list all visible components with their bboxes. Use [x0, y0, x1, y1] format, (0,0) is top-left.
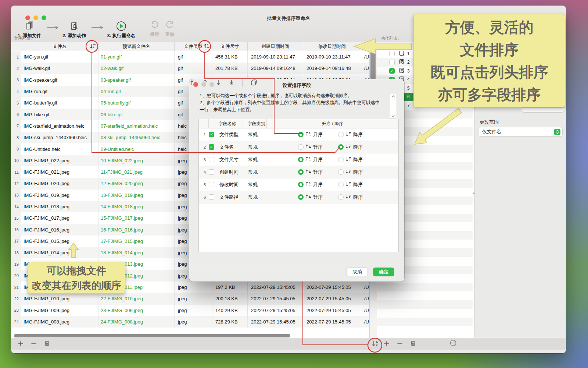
descending-radio[interactable]	[338, 132, 344, 137]
descending-option[interactable]: 降序	[338, 131, 363, 138]
file-table-row[interactable]: 24 IMG-FJIMG_008.jpeg 24-FJIMG_008.jpeg …	[11, 316, 369, 328]
header-filetype[interactable]: 文件类型	[175, 42, 212, 51]
change-scope-dropdown[interactable]: 仅文件名	[478, 127, 563, 137]
ascending-radio[interactable]	[298, 132, 304, 137]
row-number: 4	[11, 86, 21, 97]
descending-radio[interactable]	[338, 144, 344, 150]
field-type: 常规	[248, 169, 266, 176]
descending-option[interactable]: 降序	[338, 156, 363, 163]
remove-file-button[interactable]: −	[29, 339, 39, 349]
file-table-row[interactable]: 22 IMG-FJIMG_010.jpeg 22-FJIMG_010.jpeg …	[11, 293, 369, 304]
ascending-option[interactable]: 升序	[298, 181, 323, 188]
clear-files-button[interactable]	[42, 339, 52, 349]
field-checkbox[interactable]: ✓	[209, 144, 214, 150]
file-table-row[interactable]: 23 IMG-FJIMG_009.jpeg 23-FJIMG_009.jpeg …	[11, 305, 369, 316]
file-table-row[interactable]: 2 IMG-walk.gif 02-walk.gif gif 201.78 KB…	[11, 63, 369, 74]
descending-radio[interactable]	[338, 169, 344, 175]
cell-preview-name: 14-FJIMG_018.jpeg	[98, 201, 175, 212]
horizontal-scrollbar-thumb[interactable]	[14, 334, 290, 337]
sort-field-row[interactable]: 6 文件路径 常规 升序 降序	[199, 191, 398, 204]
field-row-number: 1	[199, 132, 209, 137]
descending-radio[interactable]	[338, 157, 344, 162]
sort-field-row[interactable]: 1 ✓ 文件类型 常规 升序 降序	[199, 128, 398, 141]
ascending-option[interactable]: 升序	[298, 131, 323, 138]
row-number: 21	[11, 282, 21, 293]
header-filename[interactable]: 文件名	[21, 42, 98, 51]
sort-fields-dialog: 设置排序字段 1、您可以勾选一个或多个字段进行排序，也可以取消所有勾选来取消排序…	[189, 79, 404, 282]
more-options-button[interactable]	[448, 339, 458, 349]
cell-preview-name: 15-FJIMG_017.jpeg	[98, 212, 175, 224]
ascending-radio[interactable]	[298, 182, 304, 187]
scroll-down-icon[interactable]	[391, 115, 395, 117]
field-checkbox[interactable]	[209, 157, 214, 162]
add-action-button[interactable]: 2. 添加动作	[62, 20, 86, 39]
field-checkbox[interactable]	[209, 182, 214, 187]
instructions-scroll-stepper[interactable]	[390, 94, 396, 119]
action-checkbox[interactable]: ✓	[389, 68, 395, 74]
cancel-button[interactable]: 取消	[347, 268, 368, 276]
clear-actions-button[interactable]	[408, 339, 418, 349]
ascending-radio[interactable]	[298, 194, 304, 200]
descending-option[interactable]: 降序	[338, 181, 363, 188]
cell-preview-name: 22-FJIMG_010.jpeg	[98, 293, 175, 304]
header-filesize[interactable]: 文件尺寸	[212, 42, 248, 51]
ascending-radio[interactable]	[298, 157, 304, 162]
row-number: 16	[11, 224, 21, 235]
field-checkbox[interactable]	[209, 169, 214, 175]
row-number: 24	[11, 316, 21, 328]
row-number: 14	[11, 201, 21, 212]
field-type: 常规	[248, 131, 266, 138]
field-checkbox[interactable]: ✓	[209, 132, 214, 137]
cell-created: 2022-07-29 15:45:05	[248, 305, 303, 316]
ascending-option[interactable]: 升序	[298, 169, 323, 176]
descending-radio[interactable]	[338, 194, 344, 200]
add-action-small-button[interactable]: +	[381, 339, 392, 349]
descending-option[interactable]: 降序	[338, 169, 363, 176]
remove-action-button[interactable]: −	[395, 339, 405, 349]
sort-field-row[interactable]: 5 修改时间 常规 升序 降序	[199, 178, 398, 191]
undo-button[interactable]: 撤销	[150, 20, 159, 38]
partially-hidden-control[interactable]	[522, 107, 564, 113]
sort-ascending-icon[interactable]	[204, 43, 210, 50]
sort-fields-table: 字段名称 字段类别 升序 / 降序 1 ✓ 文件类型 常规 升序	[198, 119, 399, 252]
ok-button[interactable]: 确定	[373, 268, 394, 276]
ascending-radio[interactable]	[298, 144, 304, 150]
cell-filename: IMG-bike.gif	[21, 109, 98, 120]
sort-field-row[interactable]: 4 创建时间 常规 升序 降序	[199, 166, 398, 178]
sort-settings-button[interactable]: AZ	[370, 339, 380, 349]
header-created[interactable]: 创建日期时间	[248, 42, 303, 51]
panel-splitter-handle[interactable]	[473, 192, 475, 194]
field-type: 常规	[248, 194, 266, 201]
sort-az-icon: AZ	[372, 341, 378, 347]
header-path[interactable]	[361, 42, 369, 51]
descending-option[interactable]: 降序	[338, 194, 363, 201]
header-asc-desc: 升序 / 降序	[267, 119, 398, 128]
add-file-button[interactable]: +	[15, 339, 26, 349]
redo-button[interactable]: 重做	[165, 20, 174, 38]
header-modified[interactable]: 修改日期时间	[303, 42, 361, 51]
sort-field-row[interactable]: 3 文件尺寸 常规 升序 降序	[199, 153, 398, 166]
add-action-label: 2. 添加动作	[62, 33, 86, 39]
execute-rename-button[interactable]: 3. 执行重命名	[107, 20, 135, 39]
sort-descending-icon[interactable]	[90, 43, 96, 50]
header-preview-name[interactable]: 预览新文件名	[98, 42, 175, 51]
action-checkbox[interactable]	[389, 60, 395, 65]
row-number: 8	[11, 132, 21, 143]
cell-filetype: jpeg	[175, 305, 212, 316]
field-row-number: 3	[199, 158, 209, 162]
ascending-label: 升序	[313, 156, 323, 163]
ascending-option[interactable]: 升序	[298, 144, 323, 151]
file-list-label: 文件列表:	[14, 36, 32, 41]
add-action-icon	[69, 20, 80, 32]
descending-radio[interactable]	[338, 182, 344, 187]
field-name: 文件路径	[219, 194, 246, 201]
descending-option[interactable]: 降序	[338, 144, 363, 151]
sort-field-row[interactable]: 2 ✓ 文件名 常规 升序 降序	[199, 141, 398, 153]
file-table-row[interactable]: 1 IMG-yun.gif 01-yun.gif gif 456.31 KB 2…	[11, 51, 369, 63]
action-checkbox[interactable]	[389, 51, 395, 56]
ascending-option[interactable]: 升序	[298, 194, 323, 201]
field-checkbox[interactable]	[209, 194, 214, 200]
ascending-option[interactable]: 升序	[298, 156, 323, 163]
scroll-up-icon[interactable]	[391, 95, 395, 98]
ascending-radio[interactable]	[298, 169, 304, 175]
